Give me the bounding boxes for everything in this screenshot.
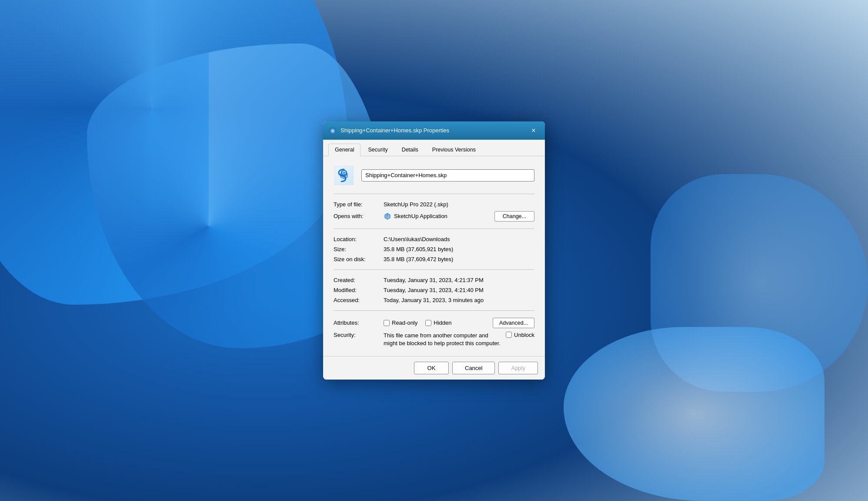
opens-with-app-name: SketchUp Application bbox=[394, 213, 447, 219]
opens-with-icon bbox=[384, 212, 391, 220]
hidden-checkbox[interactable] bbox=[425, 320, 431, 326]
dialog-overlay: S Shipping+Container+Homes.skp Propertie… bbox=[0, 0, 868, 501]
properties-dialog: S Shipping+Container+Homes.skp Propertie… bbox=[323, 121, 545, 380]
opens-with-row: Opens with: SketchUp Application Change.… bbox=[334, 209, 534, 223]
dialog-footer: OK Cancel Apply bbox=[323, 356, 545, 380]
location-value: C:\Users\lukas\Downloads bbox=[384, 236, 534, 242]
size-label: Size: bbox=[334, 246, 384, 252]
opens-with-app: SketchUp Application bbox=[384, 212, 494, 220]
attributes-row: Attributes: Read-only Hidden Advanced... bbox=[334, 316, 534, 330]
checkboxes: Read-only Hidden bbox=[384, 319, 493, 326]
type-of-file-value: SketchUp Pro 2022 (.skp) bbox=[384, 201, 534, 208]
close-button[interactable]: × bbox=[527, 124, 540, 137]
divider-2 bbox=[334, 229, 534, 229]
accessed-label: Accessed: bbox=[334, 297, 384, 303]
attributes-label: Attributes: bbox=[334, 319, 384, 326]
type-of-file-row: Type of file: SketchUp Pro 2022 (.skp) bbox=[334, 199, 534, 209]
unblock-checkbox-label[interactable]: Unblock bbox=[506, 332, 534, 338]
size-row: Size: 35.8 MB (37,605,921 bytes) bbox=[334, 244, 534, 254]
opens-with-label: Opens with: bbox=[334, 213, 384, 219]
title-bar-sketchup-icon: S bbox=[328, 126, 337, 135]
dialog-content: Type of file: SketchUp Pro 2022 (.skp) O… bbox=[323, 156, 545, 356]
size-value: 35.8 MB (37,605,921 bytes) bbox=[384, 246, 534, 252]
ok-button[interactable]: OK bbox=[414, 362, 449, 374]
read-only-checkbox-label[interactable]: Read-only bbox=[384, 319, 417, 326]
unblock-checkbox[interactable] bbox=[506, 332, 512, 338]
tab-security[interactable]: Security bbox=[361, 144, 394, 156]
read-only-checkbox[interactable] bbox=[384, 320, 390, 326]
title-bar: S Shipping+Container+Homes.skp Propertie… bbox=[323, 121, 545, 140]
svg-text:S: S bbox=[331, 129, 334, 133]
tab-previous-versions[interactable]: Previous Versions bbox=[426, 144, 482, 156]
sketchup-file-icon bbox=[334, 166, 354, 185]
apply-button[interactable]: Apply bbox=[498, 362, 538, 374]
security-label: Security: bbox=[334, 332, 384, 338]
tab-general[interactable]: General bbox=[328, 144, 361, 156]
advanced-button[interactable]: Advanced... bbox=[493, 318, 534, 328]
type-of-file-label: Type of file: bbox=[334, 201, 384, 208]
file-name-input[interactable] bbox=[361, 169, 534, 182]
tab-details[interactable]: Details bbox=[395, 144, 425, 156]
created-value: Tuesday, January 31, 2023, 4:21:37 PM bbox=[384, 277, 534, 283]
hidden-checkbox-label[interactable]: Hidden bbox=[425, 319, 451, 326]
divider-3 bbox=[334, 269, 534, 270]
created-row: Created: Tuesday, January 31, 2023, 4:21… bbox=[334, 275, 534, 285]
cancel-button[interactable]: Cancel bbox=[452, 362, 495, 374]
change-button[interactable]: Change... bbox=[494, 211, 534, 222]
file-name-section bbox=[334, 164, 534, 187]
dialog-title: Shipping+Container+Homes.skp Properties bbox=[341, 127, 524, 134]
created-label: Created: bbox=[334, 277, 384, 283]
modified-label: Modified: bbox=[334, 287, 384, 293]
divider-4 bbox=[334, 310, 534, 311]
modified-value: Tuesday, January 31, 2023, 4:21:40 PM bbox=[384, 287, 534, 293]
divider-1 bbox=[334, 194, 534, 194]
location-label: Location: bbox=[334, 236, 384, 242]
tab-bar: General Security Details Previous Versio… bbox=[323, 140, 545, 156]
location-row: Location: C:\Users\lukas\Downloads bbox=[334, 234, 534, 244]
accessed-row: Accessed: Today, January 31, 2023, 3 min… bbox=[334, 295, 534, 305]
size-on-disk-row: Size on disk: 35.8 MB (37,609,472 bytes) bbox=[334, 254, 534, 264]
security-row: Security: This file came from another co… bbox=[334, 330, 534, 349]
unblock-label: Unblock bbox=[514, 332, 534, 338]
hidden-label: Hidden bbox=[434, 319, 451, 326]
file-icon-box bbox=[334, 164, 354, 187]
read-only-label: Read-only bbox=[392, 319, 417, 326]
security-text: This file came from another computer and… bbox=[384, 332, 501, 347]
size-on-disk-label: Size on disk: bbox=[334, 256, 384, 262]
modified-row: Modified: Tuesday, January 31, 2023, 4:2… bbox=[334, 285, 534, 295]
accessed-value: Today, January 31, 2023, 3 minutes ago bbox=[384, 297, 534, 303]
size-on-disk-value: 35.8 MB (37,609,472 bytes) bbox=[384, 256, 534, 262]
